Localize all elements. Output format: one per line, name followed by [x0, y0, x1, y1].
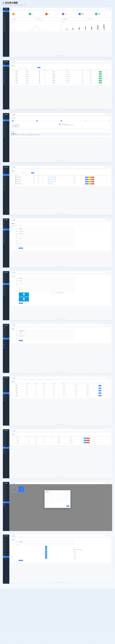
action-button[interactable]: 编辑	[84, 440, 87, 441]
nav-item[interactable]: 首页	[3, 168, 9, 170]
icon-option[interactable]: ◈财务	[46, 497, 50, 501]
nav-item[interactable]: 权限	[3, 447, 9, 449]
topbar-action[interactable]: 风格	[105, 166, 106, 167]
topbar-action[interactable]: 消息	[107, 8, 108, 9]
nav-item[interactable]: 设置	[3, 445, 9, 447]
nav-item[interactable]: 功能	[3, 172, 9, 174]
nav-item[interactable]: 交易	[3, 72, 9, 74]
submit-button[interactable]: 确认提交	[19, 248, 23, 249]
topbar-action[interactable]: 消息	[107, 535, 108, 536]
field-input[interactable]	[19, 541, 73, 542]
nav-item[interactable]: 功能	[3, 67, 9, 68]
topbar-action[interactable]: 管理员	[109, 272, 111, 272]
action-button[interactable]: 编辑	[85, 179, 88, 180]
nav-item[interactable]: 功能	[3, 14, 9, 16]
topbar-action[interactable]: 管理员	[109, 219, 111, 220]
tab-recharge[interactable]: 余额充值	[13, 324, 15, 326]
action-button[interactable]: 删除	[88, 181, 91, 182]
topbar-action[interactable]: 管理员	[109, 61, 111, 62]
nav-item[interactable]: 内容	[3, 490, 9, 492]
topbar-action[interactable]: 管理员	[109, 114, 111, 114]
nav-item[interactable]: 商品	[3, 439, 9, 441]
nav-item[interactable]: 功能	[3, 330, 9, 332]
nav-item[interactable]: 其他	[3, 294, 9, 296]
nav-item[interactable]: 日志	[3, 503, 9, 505]
nav-item[interactable]: 日志	[3, 187, 9, 189]
tab-home[interactable]: 首页	[10, 219, 12, 220]
nav-item[interactable]: 设置	[3, 182, 9, 183]
detail-button[interactable]: 详情	[99, 390, 101, 391]
tab-home[interactable]: 首页	[10, 377, 12, 378]
nav-item[interactable]: 权限	[3, 78, 9, 80]
dialog-confirm-button[interactable]: 确定	[66, 506, 69, 507]
edit-button[interactable]: 编辑	[99, 82, 102, 83]
nav-item[interactable]: 日志	[3, 240, 9, 242]
nav-item[interactable]: 内容	[3, 16, 9, 18]
tab-home[interactable]: 首页	[10, 535, 12, 536]
filter-cat-input[interactable]	[25, 172, 30, 174]
perm-checkbox[interactable]	[19, 557, 73, 559]
nav-item[interactable]: 交易	[3, 20, 9, 22]
detail-button[interactable]: 详情	[99, 385, 101, 386]
nav-item[interactable]: 用户	[3, 118, 9, 120]
nav-item[interactable]: 内容	[3, 227, 9, 228]
tab-home[interactable]: 首页	[10, 114, 12, 114]
nav-item[interactable]: 设置	[3, 340, 9, 342]
nav-item[interactable]: 其他	[3, 189, 9, 191]
topbar-action[interactable]: 风格	[105, 61, 106, 62]
nav-item[interactable]: 首页	[3, 484, 9, 486]
topbar-action[interactable]: 消息	[107, 324, 108, 325]
submit-button[interactable]: 确认提交	[19, 302, 23, 304]
filter-name-input[interactable]	[15, 172, 21, 174]
topbar-action[interactable]: 消息	[107, 482, 108, 483]
detail-button[interactable]: 详情	[99, 395, 101, 396]
tab-home[interactable]: 首页	[10, 324, 12, 325]
tab-order[interactable]: 订单详情	[13, 114, 15, 115]
nav-item[interactable]: 首页	[3, 537, 9, 539]
icon-option[interactable]: ◈订单	[59, 493, 63, 496]
perm-item[interactable]: 首页	[19, 546, 110, 548]
nav-item[interactable]: 功能	[3, 541, 9, 543]
nav-item[interactable]: 日志	[3, 450, 9, 452]
field-input[interactable]	[19, 287, 73, 289]
topbar-action[interactable]: 消息	[107, 430, 108, 431]
topbar-action[interactable]: 消息	[107, 166, 108, 167]
icon-option[interactable]: ◈消息	[55, 497, 59, 501]
nav-item[interactable]: 系统	[3, 501, 9, 503]
tab-members[interactable]: 会员列表	[13, 61, 15, 62]
action-button[interactable]: 删除	[87, 440, 90, 441]
nav-item[interactable]: 内容	[3, 68, 9, 70]
icon-option[interactable]: ◈系统	[64, 497, 68, 501]
field-input[interactable]	[19, 280, 73, 282]
icon-card[interactable]: ⌂	[12, 486, 17, 492]
field-input[interactable]	[19, 338, 73, 339]
field-input[interactable]	[19, 282, 73, 284]
nav-item[interactable]: 设置	[3, 234, 9, 236]
tab-home[interactable]: 首页	[10, 430, 12, 431]
nav-item[interactable]: 交易	[3, 388, 9, 390]
nav-item[interactable]: 系统	[3, 554, 9, 556]
nav-item[interactable]: 用户	[3, 276, 9, 278]
nav-item[interactable]: 用户	[3, 539, 9, 541]
nav-item[interactable]: 财务	[3, 22, 9, 24]
action-button[interactable]: 删除	[88, 177, 91, 178]
nav-item[interactable]: 交易	[3, 230, 9, 232]
tab-home[interactable]: 首页	[10, 8, 12, 10]
nav-item[interactable]: 商品	[3, 123, 9, 125]
field-input[interactable]	[19, 332, 73, 334]
perm-item[interactable]: 订单管理	[19, 552, 110, 555]
topbar-action[interactable]: 风格	[105, 114, 106, 114]
field-input[interactable]	[19, 238, 73, 239]
field-input[interactable]	[19, 544, 73, 545]
nav-item[interactable]: 商品	[3, 334, 9, 336]
nav-item[interactable]: 设置	[3, 287, 9, 289]
field-input[interactable]	[19, 290, 73, 291]
subtab[interactable]: 基本信息	[12, 225, 14, 226]
field-input[interactable]	[19, 230, 73, 232]
nav-item[interactable]: 用户	[3, 223, 9, 225]
action-button[interactable]: 删除	[87, 442, 90, 443]
icon-option[interactable]: ◈其他	[50, 501, 54, 505]
topbar-action[interactable]: 管理员	[109, 377, 111, 378]
nav-item[interactable]: 系统	[3, 238, 9, 240]
filter-phone-input[interactable]	[31, 67, 37, 68]
